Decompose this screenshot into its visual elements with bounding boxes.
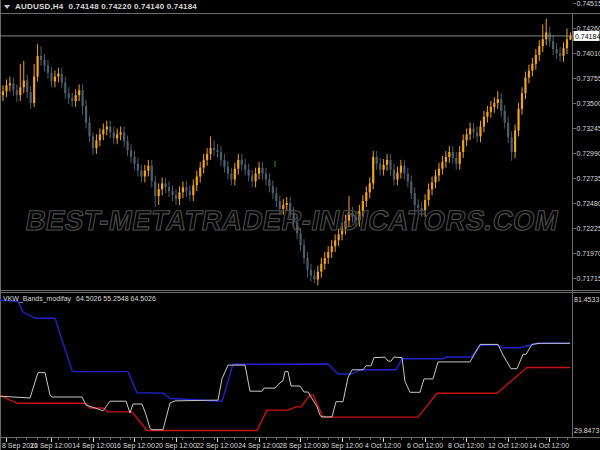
price-tick-label: 0.73755 bbox=[577, 75, 600, 82]
chart-window: AUDUSD,H4 0.74148 0.74220 0.74140 0.7418… bbox=[0, 0, 600, 450]
indicator-name: VKW_Bands_modifay bbox=[3, 295, 71, 302]
current-price-line: 0.74184 bbox=[0, 31, 600, 41]
chart-title-bar: AUDUSD,H4 0.74148 0.74220 0.74140 0.7418… bbox=[0, 0, 600, 13]
time-tick-label: 8 Oct 12:00 bbox=[448, 442, 484, 449]
time-tick-label: 4 Oct 12:00 bbox=[365, 442, 401, 449]
price-tick-label: 0.71715 bbox=[577, 275, 600, 282]
time-axis[interactable]: 8 Sep 202110 Sep 12:0014 Sep 12:0016 Sep… bbox=[2, 438, 569, 450]
indicator-scale-max-label: 81.4533 bbox=[574, 296, 600, 303]
price-tick-label: 0.74260 bbox=[577, 25, 600, 32]
time-tick-label: 10 Sep 12:00 bbox=[30, 442, 72, 450]
time-tick-label: 16 Sep 12:00 bbox=[113, 442, 155, 450]
price-axis[interactable]: 0.745150.742600.740100.737550.735000.732… bbox=[573, 0, 600, 282]
time-tick-label: 12 Oct 12:00 bbox=[488, 442, 528, 449]
price-tick-label: 0.72990 bbox=[577, 150, 600, 157]
indicator-middle-line bbox=[0, 343, 570, 429]
title-ohlc-values: 0.74148 0.74220 0.74140 0.74184 bbox=[68, 2, 197, 11]
indicator-lower-band bbox=[0, 368, 570, 431]
time-tick-label: 20 Sep 12:00 bbox=[155, 442, 197, 450]
current-price-tag: 0.74184 bbox=[575, 33, 600, 40]
price-tick-label: 0.72480 bbox=[577, 200, 600, 207]
watermark-text: BEST-METATRADER-INDICATORS.COM bbox=[23, 205, 577, 237]
indicator-lines bbox=[0, 300, 570, 430]
price-tick-label: 0.72735 bbox=[577, 175, 600, 182]
price-tick-label: 0.72225 bbox=[577, 225, 600, 232]
chart-menu-triangle-icon[interactable] bbox=[4, 5, 10, 9]
indicator-scale-min-label: 29.8473 bbox=[574, 427, 600, 434]
price-tick-label: 0.73245 bbox=[577, 125, 600, 132]
price-tick-label: 0.74010 bbox=[577, 50, 600, 57]
indicator-label: VKW_Bands_modifay 64.5026 55.2548 64.502… bbox=[3, 295, 159, 302]
time-tick-label: 14 Oct 12:00 bbox=[529, 442, 569, 449]
candles-layer bbox=[2, 19, 572, 286]
price-tick-label: 0.71970 bbox=[577, 250, 600, 257]
time-tick-label: 24 Sep 12:00 bbox=[238, 442, 280, 450]
time-tick-label: 30 Sep 12:00 bbox=[321, 442, 363, 450]
price-tick-label: 0.73500 bbox=[577, 100, 600, 107]
symbol-timeframe-label: AUDUSD,H4 bbox=[15, 2, 63, 11]
time-tick-label: 28 Sep 12:00 bbox=[279, 442, 321, 450]
time-tick-label: 14 Sep 12:00 bbox=[72, 442, 114, 450]
time-tick-label: 22 Sep 12:00 bbox=[196, 442, 238, 450]
time-tick-label: 6 Oct 12:00 bbox=[407, 442, 443, 449]
indicator-values: 64.5026 55.2548 64.5026 bbox=[76, 295, 156, 302]
indicator-upper-band bbox=[0, 300, 570, 401]
